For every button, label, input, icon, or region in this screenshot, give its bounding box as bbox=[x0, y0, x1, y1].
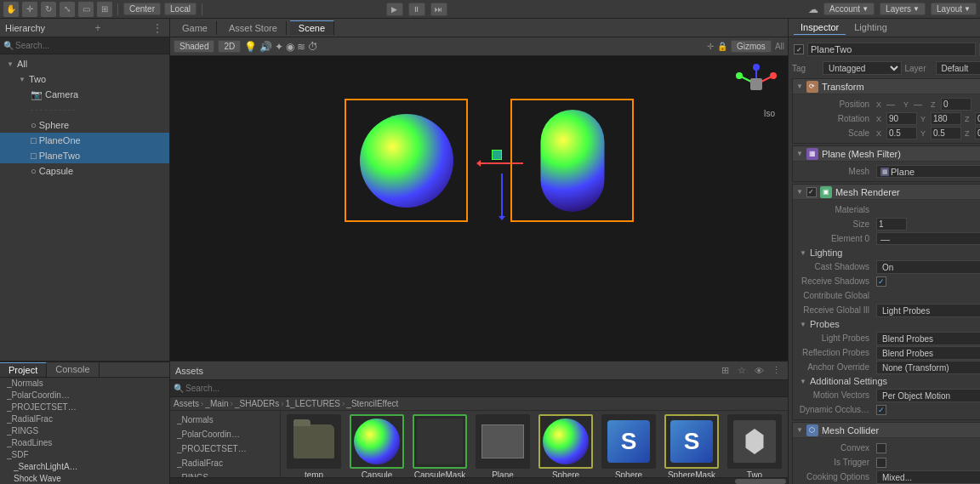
2d-btn[interactable]: 2D bbox=[218, 40, 241, 53]
audio-icon[interactable]: 🔊 bbox=[259, 41, 272, 53]
hierarchy-menu-btn[interactable]: ⋮ bbox=[151, 21, 164, 35]
file-shockwave[interactable]: Shock Wave bbox=[0, 472, 169, 484]
ft-rings[interactable]: _RINGS bbox=[170, 470, 280, 477]
scale-z-input[interactable] bbox=[975, 127, 980, 140]
renderer-enabled-checkbox[interactable]: ✓ bbox=[806, 187, 817, 197]
receive-shadows-checkbox[interactable] bbox=[876, 276, 886, 287]
file-polar[interactable]: _PolarCoordin… bbox=[0, 390, 169, 401]
tab-scene[interactable]: Scene bbox=[290, 20, 334, 35]
file-searchlight[interactable]: _SearchLightA… bbox=[0, 460, 169, 472]
asset-sphere[interactable]: Sphere 2 bbox=[536, 414, 595, 477]
path-assets[interactable]: Assets bbox=[174, 399, 199, 408]
account-btn[interactable]: Account ▼ bbox=[823, 3, 875, 15]
ab-bookmark-btn[interactable]: ☆ bbox=[735, 364, 749, 378]
is-trigger-checkbox[interactable] bbox=[876, 458, 886, 468]
rotate-tool-icon[interactable]: ↻ bbox=[41, 2, 56, 17]
asset-plane[interactable]: Plane bbox=[473, 414, 533, 477]
hierarchy-search-input[interactable] bbox=[15, 41, 166, 50]
ft-radial[interactable]: _RadialFrac bbox=[170, 456, 280, 470]
transform-header[interactable]: ▼ ⟳ Transform ? ⋮ bbox=[793, 79, 980, 94]
ab-search-input[interactable] bbox=[185, 384, 784, 393]
dynamic-occlusion-checkbox[interactable] bbox=[876, 405, 886, 415]
mesh-filter-mesh-value[interactable]: ▦ Plane bbox=[876, 165, 980, 178]
path-main[interactable]: _Main bbox=[205, 399, 228, 408]
pause-btn[interactable]: ⏸ bbox=[408, 3, 425, 16]
rot-z-input[interactable] bbox=[975, 112, 980, 125]
tree-item-plane-one[interactable]: □ PlaneOne bbox=[0, 133, 169, 148]
file-radial[interactable]: _RadialFrac bbox=[0, 413, 169, 425]
motion-vectors-select[interactable]: Per Object Motion bbox=[876, 389, 980, 402]
file-normals[interactable]: _Normals bbox=[0, 378, 169, 390]
probes-subsection-header[interactable]: ▼ Probes bbox=[796, 317, 980, 331]
tab-lighting[interactable]: Lighting bbox=[847, 20, 894, 35]
pivot-local-btn[interactable]: Local bbox=[164, 3, 197, 15]
ft-normals[interactable]: _Normals bbox=[170, 413, 280, 427]
asset-capsule[interactable]: Capsule 1 bbox=[347, 414, 407, 477]
ft-polar[interactable]: _PolarCoordin… bbox=[170, 427, 280, 441]
ab-create-btn[interactable]: ⊞ bbox=[718, 364, 732, 378]
lighting-subsection-header[interactable]: ▼ Lighting bbox=[796, 246, 980, 259]
layout-btn[interactable]: Layout ▼ bbox=[931, 3, 977, 15]
tag-select[interactable]: Untagged bbox=[823, 61, 902, 75]
step-btn[interactable]: ⏭ bbox=[430, 3, 447, 16]
rot-x-input[interactable] bbox=[886, 112, 917, 125]
tree-item-plane-two[interactable]: □ PlaneTwo bbox=[0, 148, 169, 163]
layers-btn[interactable]: Layers ▼ bbox=[880, 3, 926, 15]
ab-eye-btn[interactable]: 👁 bbox=[752, 364, 766, 378]
file-project[interactable]: _PROJECTSET… bbox=[0, 401, 169, 413]
scale-y-input[interactable] bbox=[931, 127, 961, 140]
rect-tool-icon[interactable]: ▭ bbox=[78, 2, 94, 17]
mesh-filter-header[interactable]: ▼ ▦ Plane (Mesh Filter) ? ⋮ bbox=[793, 146, 980, 162]
asset-capsulemask[interactable]: CapsuleMask 1 bbox=[410, 414, 470, 477]
anchor-override-select[interactable]: None (Transform) bbox=[876, 361, 980, 374]
additional-settings-header[interactable]: ▼ Additional Settings bbox=[796, 374, 980, 388]
layer-select[interactable]: Default bbox=[936, 61, 981, 75]
asset-two[interactable]: Two bbox=[725, 414, 784, 477]
shaded-btn[interactable]: Shaded bbox=[174, 40, 214, 53]
mesh-renderer-header[interactable]: ▼ ✓ ▣ Mesh Renderer ? ⋮ bbox=[793, 185, 980, 200]
pos-z-input[interactable] bbox=[941, 98, 971, 111]
tab-inspector[interactable]: Inspector bbox=[794, 20, 846, 35]
tab-console[interactable]: Console bbox=[47, 362, 99, 377]
ab-menu-btn[interactable]: ⋮ bbox=[769, 364, 783, 378]
receive-global-select[interactable]: Light Probes bbox=[876, 304, 980, 317]
file-sdf[interactable]: _SDF bbox=[0, 448, 169, 460]
convex-checkbox[interactable] bbox=[876, 443, 886, 453]
object-enabled-checkbox[interactable]: ✓ bbox=[794, 44, 804, 54]
tab-asset-store[interactable]: Asset Store bbox=[220, 21, 287, 35]
anim-icon[interactable]: ⏱ bbox=[308, 41, 318, 53]
rot-y-input[interactable] bbox=[931, 112, 961, 125]
tab-project[interactable]: Project bbox=[0, 362, 47, 377]
file-road[interactable]: _RoadLines bbox=[0, 436, 169, 448]
ft-project[interactable]: _PROJECTSET… bbox=[170, 441, 280, 456]
cooking-select[interactable]: Mixed... bbox=[876, 470, 980, 484]
object-name-input[interactable] bbox=[807, 43, 976, 56]
scene-view[interactable]: Iso bbox=[170, 56, 788, 361]
asset-temp[interactable]: temp bbox=[284, 414, 344, 477]
move-handle-green[interactable] bbox=[492, 150, 502, 160]
tree-item-capsule[interactable]: ○ Capsule bbox=[0, 163, 169, 179]
mesh-collider-header[interactable]: ▼ ⬡ Mesh Collider ? ⋮ bbox=[793, 423, 980, 438]
hand-tool-icon[interactable]: ✋ bbox=[3, 2, 19, 17]
fx-icon[interactable]: ✦ bbox=[275, 41, 283, 53]
asset-sphere-shader[interactable]: S Sphere bbox=[599, 414, 658, 477]
fog-icon[interactable]: ≋ bbox=[297, 41, 305, 53]
gizmo-cube[interactable] bbox=[735, 63, 778, 105]
gizmos-btn[interactable]: Gizmos bbox=[731, 40, 772, 53]
tree-item-camera[interactable]: 📷 Camera bbox=[0, 87, 169, 102]
scroll-thumb[interactable] bbox=[735, 479, 786, 484]
light-icon[interactable]: 💡 bbox=[244, 41, 257, 53]
light-probes-select[interactable]: Blend Probes bbox=[876, 332, 980, 345]
reflection-probes-select[interactable]: Blend Probes bbox=[876, 346, 980, 360]
scale-x-input[interactable] bbox=[886, 127, 917, 140]
tree-item-two[interactable]: ▼ Two bbox=[0, 71, 169, 87]
sky-icon[interactable]: ◉ bbox=[286, 41, 294, 53]
path-shaders[interactable]: _SHADERs bbox=[235, 399, 279, 408]
pivot-center-btn[interactable]: Center bbox=[123, 3, 161, 15]
tree-item-all[interactable]: ▼ All bbox=[0, 56, 169, 71]
element0-value[interactable]: — bbox=[876, 232, 980, 245]
file-rings[interactable]: _RINGS bbox=[0, 425, 169, 437]
tab-game[interactable]: Game bbox=[174, 21, 217, 35]
move-tool-icon[interactable]: ✛ bbox=[22, 2, 37, 17]
hierarchy-add-btn[interactable]: + bbox=[91, 21, 105, 35]
